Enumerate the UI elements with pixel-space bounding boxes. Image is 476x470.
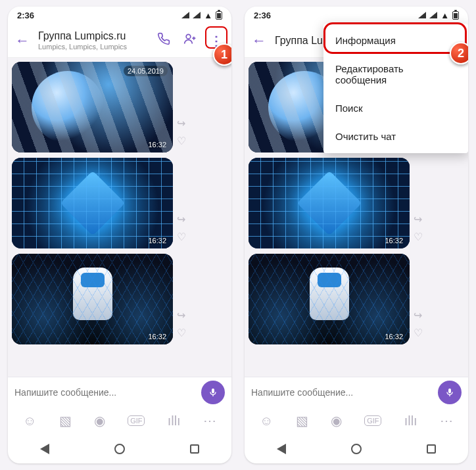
- message-input[interactable]: [251, 387, 431, 398]
- gif-icon[interactable]: GIF: [364, 415, 381, 426]
- share-icon[interactable]: ↪: [177, 213, 186, 225]
- nav-home-icon[interactable]: [114, 444, 125, 454]
- nav-back-icon[interactable]: [277, 444, 286, 454]
- status-time: 2:36: [254, 11, 271, 20]
- more-attach-icon[interactable]: ⋯: [203, 413, 216, 429]
- signal-icon: [193, 12, 201, 18]
- add-user-icon[interactable]: [180, 32, 200, 49]
- chat-header: ← Группа Lumpics.ru Lumpics, Lumpics, Lu…: [8, 24, 231, 58]
- signal-icon: [418, 12, 426, 18]
- signal-icon: [429, 12, 437, 18]
- android-nav-bar: [8, 435, 231, 463]
- status-icons: ▲: [418, 11, 459, 20]
- reaction-icons: ↪ ♡: [414, 213, 423, 248]
- call-icon[interactable]: [154, 32, 174, 49]
- image-message[interactable]: 16:32: [12, 158, 173, 248]
- image-message[interactable]: 24.05.2019 16:32: [12, 62, 173, 153]
- wifi-icon: ▲: [204, 11, 212, 20]
- share-icon[interactable]: ↪: [177, 117, 186, 129]
- camera-icon[interactable]: ◉: [94, 413, 105, 429]
- message-row: 16:32 ↪ ♡: [12, 254, 227, 344]
- status-bar: 2:36 ▲: [245, 7, 468, 24]
- signal-icon: [181, 12, 189, 18]
- audio-icon[interactable]: ıllı: [404, 413, 417, 429]
- message-time: 16:32: [385, 237, 403, 245]
- step-badge-2: 2: [450, 42, 468, 64]
- nav-back-icon[interactable]: [40, 444, 49, 454]
- message-row: 24.05.2019 16:32 ↪ ♡: [12, 62, 227, 153]
- sticker-icon[interactable]: ☺: [260, 413, 273, 429]
- message-input-bar: [245, 377, 468, 407]
- callout-highlight-info: [323, 22, 467, 54]
- chat-subtitle: Lumpics, Lumpics, Lumpics: [38, 43, 147, 51]
- android-nav-bar: [245, 435, 468, 463]
- phone-right: 2:36 ▲ ← Группа Lu Информация Редактиров…: [245, 7, 468, 463]
- image-globe-keyboard: 24.05.2019 16:32: [12, 62, 173, 153]
- gallery-icon[interactable]: ▧: [59, 413, 72, 429]
- mic-button[interactable]: [201, 381, 225, 404]
- message-time: 16:32: [385, 333, 403, 341]
- gallery-icon[interactable]: ▧: [296, 413, 308, 429]
- message-row: 16:32 ↪ ♡: [249, 254, 464, 344]
- message-input[interactable]: [14, 387, 195, 398]
- mic-button[interactable]: [438, 381, 462, 404]
- nav-home-icon[interactable]: [351, 444, 362, 454]
- reaction-icons: ↪ ♡: [177, 309, 186, 344]
- phone-left: 2:36 ▲ ← Группа Lumpics.ru Lumpics, Lump…: [8, 7, 231, 463]
- message-row: 16:32 ↪ ♡: [12, 158, 227, 248]
- reaction-icons: ↪ ♡: [177, 213, 186, 248]
- menu-item-clear[interactable]: Очистить чат: [323, 122, 468, 151]
- like-icon[interactable]: ♡: [177, 135, 186, 147]
- back-icon[interactable]: ←: [250, 32, 268, 49]
- share-icon[interactable]: ↪: [177, 309, 186, 321]
- message-time: 16:32: [148, 237, 166, 245]
- menu-item-edit[interactable]: Редактировать сообщения: [323, 55, 468, 94]
- share-icon[interactable]: ↪: [414, 309, 423, 321]
- wifi-icon: ▲: [440, 11, 449, 20]
- message-date: 24.05.2019: [124, 66, 168, 76]
- share-icon[interactable]: ↪: [414, 213, 423, 225]
- message-time: 16:32: [148, 333, 166, 341]
- like-icon[interactable]: ♡: [177, 231, 186, 243]
- status-bar: 2:36 ▲: [8, 7, 231, 24]
- image-ai-robot: 16:32: [12, 254, 173, 344]
- reaction-icons: ↪ ♡: [177, 117, 186, 153]
- like-icon[interactable]: ♡: [177, 327, 186, 339]
- camera-icon[interactable]: ◉: [331, 413, 342, 429]
- step-badge-1: 1: [213, 43, 231, 66]
- image-ai-robot: 16:32: [249, 254, 410, 344]
- image-message[interactable]: 16:32: [249, 158, 410, 248]
- battery-icon: [216, 11, 222, 20]
- attachment-toolbar: ☺ ▧ ◉ GIF ıllı ⋯: [8, 407, 231, 435]
- sticker-icon[interactable]: ☺: [23, 413, 36, 429]
- image-message[interactable]: 16:32: [12, 254, 173, 344]
- image-message[interactable]: 16:32: [249, 254, 410, 344]
- image-cpu-chip: 16:32: [12, 158, 173, 248]
- message-time: 16:32: [148, 141, 166, 149]
- like-icon[interactable]: ♡: [414, 327, 423, 339]
- like-icon[interactable]: ♡: [414, 231, 423, 243]
- battery-icon: [452, 11, 459, 20]
- image-cpu-chip: 16:32: [249, 158, 410, 248]
- nav-recent-icon[interactable]: [190, 444, 199, 454]
- chat-title: Группа Lumpics.ru: [38, 30, 147, 42]
- message-row: 16:32 ↪ ♡: [249, 158, 464, 248]
- status-time: 2:36: [17, 11, 34, 20]
- attachment-toolbar: ☺ ▧ ◉ GIF ıllı ⋯: [245, 407, 468, 435]
- gif-icon[interactable]: GIF: [128, 415, 145, 426]
- svg-point-0: [186, 34, 191, 39]
- chat-body[interactable]: 24.05.2019 16:32 ↪ ♡ 16:32 ↪ ♡: [8, 58, 231, 377]
- menu-item-search[interactable]: Поиск: [323, 94, 468, 122]
- status-icons: ▲: [181, 11, 222, 20]
- reaction-icons: ↪ ♡: [414, 309, 423, 344]
- nav-recent-icon[interactable]: [427, 444, 436, 454]
- more-attach-icon[interactable]: ⋯: [440, 413, 453, 429]
- audio-icon[interactable]: ıllı: [168, 413, 181, 429]
- back-icon[interactable]: ←: [13, 32, 32, 49]
- message-input-bar: [8, 377, 231, 407]
- chat-title-block[interactable]: Группа Lumpics.ru Lumpics, Lumpics, Lump…: [38, 30, 147, 51]
